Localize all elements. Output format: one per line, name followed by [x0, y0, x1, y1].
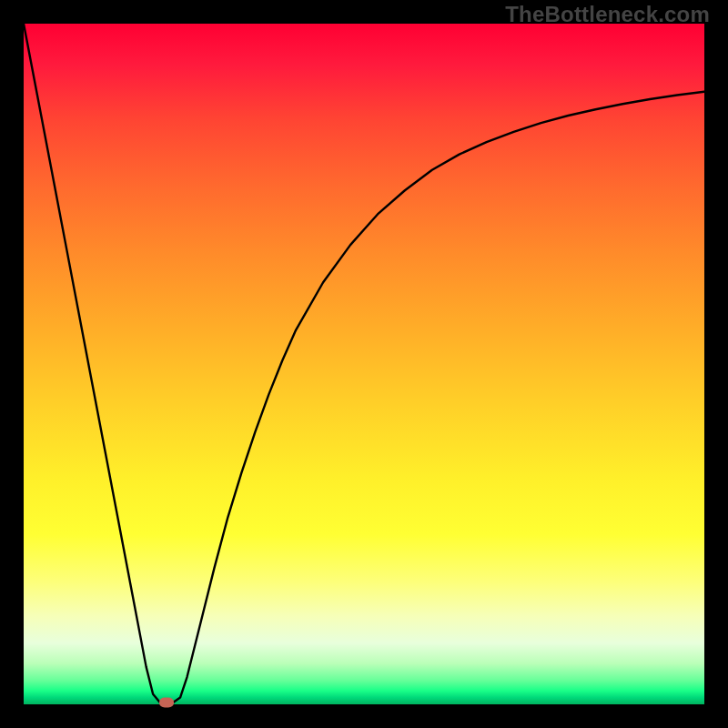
chart-frame: TheBottleneck.com [0, 0, 728, 728]
plot-area [24, 24, 704, 704]
bottleneck-curve [24, 24, 704, 704]
watermark-label: TheBottleneck.com [505, 2, 710, 27]
optimal-point-marker [159, 697, 174, 707]
